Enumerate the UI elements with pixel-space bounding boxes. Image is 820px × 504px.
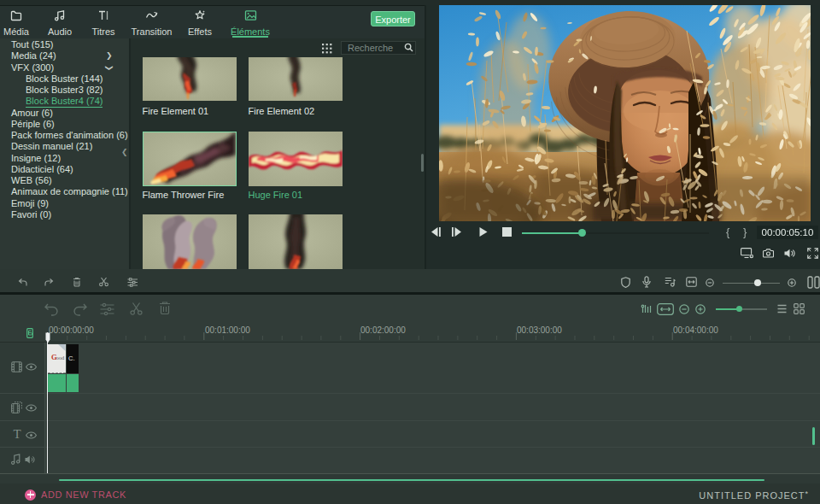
svg-text:ood: ood xyxy=(56,355,66,360)
